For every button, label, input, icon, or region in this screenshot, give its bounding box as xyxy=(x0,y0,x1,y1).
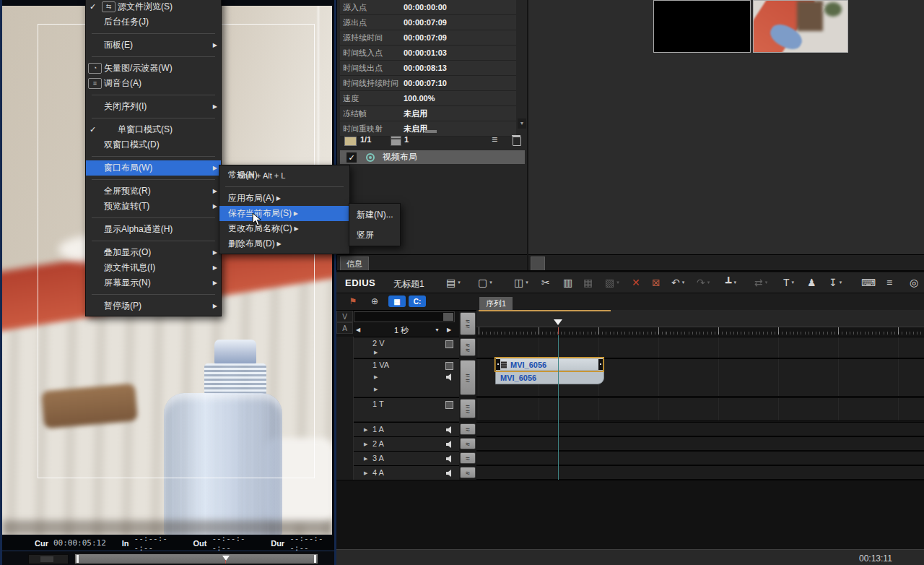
speaker-icon[interactable] xyxy=(446,470,454,477)
timescale-prev-icon[interactable]: ◀ xyxy=(356,327,360,333)
lane-1a[interactable] xyxy=(476,422,924,436)
bin-tab[interactable] xyxy=(531,256,545,271)
track-header-1va[interactable]: 1 VA ▶ ▶ xyxy=(354,358,459,397)
menu-item[interactable]: ✓ 显示Alpha通道(H) ▶ xyxy=(86,222,221,237)
menu-item[interactable]: ✓ ▶ xyxy=(92,118,215,118)
video-clip[interactable]: MVI_6056 xyxy=(495,358,603,371)
patch-1a[interactable]: ≈ xyxy=(460,423,476,435)
menu-item[interactable]: ✓ 双窗口模式(D) ▶ xyxy=(86,137,221,152)
dropdown-caret-icon[interactable]: ▾ xyxy=(733,280,736,285)
patch-3a[interactable]: ≈ xyxy=(460,452,476,464)
dropdown-caret-icon[interactable]: ▾ xyxy=(458,280,461,285)
video-layout-row[interactable]: ✓ 视频布局 xyxy=(340,150,525,164)
delete[interactable]: ✕ ▾ xyxy=(632,275,640,290)
dropdown-caret-icon[interactable]: ▾ xyxy=(840,280,842,285)
open-project[interactable]: ▢ ▾ xyxy=(478,275,492,290)
menu-item[interactable]: ✓ ▶ xyxy=(92,33,215,34)
speaker-icon[interactable] xyxy=(446,441,454,448)
submenu-item[interactable]: 新建(N)... xyxy=(349,207,400,222)
submenu-item[interactable]: ▶ xyxy=(225,186,344,187)
patch-2a[interactable]: ≈ xyxy=(460,438,476,449)
dropdown-caret-icon[interactable]: ▾ xyxy=(526,280,528,285)
menu-item[interactable]: ✓ 全屏预览(R) ▶ xyxy=(86,184,221,199)
menu-item[interactable]: ✓ ▶ xyxy=(92,179,215,180)
insert-overwrite-mode[interactable]: C: xyxy=(409,296,426,307)
audio-mixer[interactable]: ≡ ▾ xyxy=(886,275,892,290)
menu-item[interactable]: ✓ 预览旋转(T) ▶ xyxy=(86,199,221,214)
track-patch[interactable]: ⊕ xyxy=(368,296,381,307)
submenu-item[interactable]: 常规(N) Shift + Alt + L ▶ xyxy=(219,168,349,183)
timeline-marker[interactable]: ⚑ xyxy=(346,296,359,307)
menu-item[interactable]: ✓ ▶ xyxy=(92,241,215,241)
gutter-a[interactable]: A xyxy=(336,322,353,334)
dropdown-caret-icon[interactable]: ▾ xyxy=(707,280,710,285)
submenu-item[interactable]: 竖屏 xyxy=(349,228,400,242)
sequence-tab[interactable]: 序列1 xyxy=(479,297,513,310)
export[interactable]: ↧ ▾ xyxy=(829,275,842,290)
clip-trim-handle-right[interactable] xyxy=(598,359,603,370)
seek-bar[interactable] xyxy=(74,553,318,564)
menu-item[interactable]: ✓ 暂停场(P) ▶ xyxy=(86,298,221,314)
dropdown-caret-icon[interactable]: ▾ xyxy=(792,280,795,285)
source-patch-va[interactable]: ≈≈ xyxy=(460,312,476,335)
menu-item[interactable]: ✓ ▶ xyxy=(92,156,215,157)
menu-item[interactable]: ✓ 叠加显示(O) ▶ xyxy=(86,245,221,260)
keyboard-shortcuts[interactable]: ⌨ ▾ xyxy=(861,275,876,290)
expand-icon[interactable]: ▶ xyxy=(374,350,378,355)
paste[interactable]: ▦ ▾ xyxy=(583,275,593,290)
bin-tab[interactable] xyxy=(578,257,590,271)
expand-icon[interactable]: ▶ xyxy=(364,470,367,476)
patch-2v[interactable]: ≈≈ xyxy=(460,338,476,356)
track-panel-icon[interactable] xyxy=(445,401,453,409)
redo[interactable]: ↷ ▾ xyxy=(697,275,710,290)
expand-icon[interactable]: ▶ xyxy=(364,427,367,433)
vectorscope[interactable]: ◎ ▾ xyxy=(910,275,918,290)
submenu-item[interactable]: 保存当前布局(S) ▶ xyxy=(219,206,349,221)
menu-item[interactable]: ✓ ≡ 调音台(A) ▶ xyxy=(86,76,221,91)
bin-tab[interactable] xyxy=(547,257,560,271)
ripple-delete[interactable]: ⊠ ▾ xyxy=(652,275,661,290)
bin-clip-thumbnail-black[interactable] xyxy=(653,0,751,53)
delete-effect-icon[interactable] xyxy=(513,137,521,146)
menu-item[interactable]: ✓ 窗口布局(W) ▶ xyxy=(86,160,221,176)
dropdown-caret-icon[interactable]: ▾ xyxy=(489,280,492,285)
cut[interactable]: ✂ ▾ xyxy=(541,275,550,290)
bin-clip-thumbnail-image[interactable] xyxy=(753,0,848,53)
remove-between[interactable]: ⇄ ▾ xyxy=(754,275,767,290)
menu-item[interactable]: ✓ ▶ xyxy=(92,95,215,95)
submenu-item[interactable]: 应用布局(A) ▶ xyxy=(219,191,349,206)
clip-trim-handle-left[interactable] xyxy=(496,359,500,370)
expand-icon[interactable]: ▶ xyxy=(364,441,367,447)
track-header-2v[interactable]: 2 V ▶ xyxy=(354,337,459,358)
menu-item[interactable]: ✓ 后台任务(J) ▶ xyxy=(86,14,221,30)
checkbox-checked-icon[interactable]: ✓ xyxy=(346,152,357,163)
speaker-icon[interactable] xyxy=(446,455,454,462)
menu-item[interactable]: ✓ ▶ xyxy=(92,56,215,57)
menu-item[interactable]: ✓ ▶ xyxy=(92,294,215,295)
panel-resize-grip[interactable] xyxy=(425,130,437,133)
replace[interactable]: ▧ ▾ xyxy=(605,275,619,290)
menu-item[interactable]: ✓ 单窗口模式(S) ▶ xyxy=(86,122,221,137)
lane-2a[interactable] xyxy=(476,436,924,451)
shuttle-control[interactable] xyxy=(28,554,69,564)
copy[interactable]: ▥ ▾ xyxy=(563,275,572,290)
expand-icon[interactable]: ▶ xyxy=(374,387,378,392)
menu-item[interactable]: ✓ 关闭序列(I) ▶ xyxy=(86,99,221,114)
track-header-4a[interactable]: ▶ 4 A xyxy=(354,465,459,480)
patch-1va[interactable]: ≈≈ xyxy=(460,360,476,395)
track-panel-icon[interactable] xyxy=(445,362,453,370)
seek-playhead[interactable] xyxy=(222,556,230,561)
expand-icon[interactable]: ▶ xyxy=(364,456,367,462)
undo[interactable]: ↶ ▾ xyxy=(671,275,684,290)
gutter-v[interactable]: V xyxy=(336,311,353,322)
lane-1t[interactable] xyxy=(476,397,924,421)
menu-item[interactable]: ✓ 屏幕显示(N) ▶ xyxy=(86,275,221,290)
track-header-1t[interactable]: 1 T xyxy=(354,397,459,421)
sync-mode[interactable]: ▦ xyxy=(388,296,406,307)
speaker-icon[interactable] xyxy=(446,374,454,381)
patch-4a[interactable]: ≈ xyxy=(460,467,476,478)
audio-clip[interactable]: MVI_6056 xyxy=(495,371,604,384)
track-panel-icon[interactable] xyxy=(445,340,453,348)
lane-3a[interactable] xyxy=(476,451,924,465)
timescale-handle[interactable] xyxy=(443,313,453,321)
